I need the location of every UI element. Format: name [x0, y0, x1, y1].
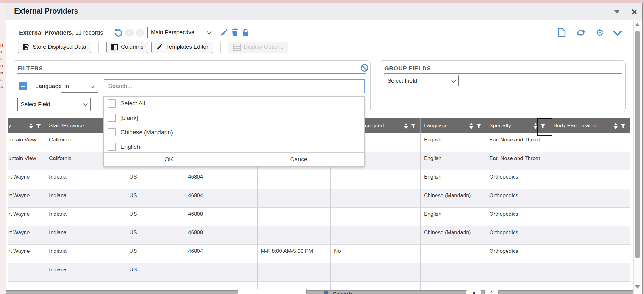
footer-button-1[interactable]: × [466, 290, 481, 294]
cell-city: rt Wayne [8, 208, 46, 226]
footer-button-2[interactable]: ^ [484, 290, 499, 294]
cell-state [46, 282, 126, 291]
clear-filters-button[interactable] [360, 64, 369, 72]
cell-city [8, 282, 46, 291]
cell-zip: 46808 [185, 208, 258, 226]
column-label: State/Province [46, 123, 84, 129]
table-footer-bar: Search × ^ [6, 290, 633, 294]
history-forward-button[interactable]: › [136, 29, 144, 37]
cell-body_part [550, 133, 630, 152]
filter-enabled-checkbox[interactable] [19, 82, 27, 90]
option-checkbox[interactable] [108, 99, 116, 108]
scroll-down-arrow-icon[interactable] [635, 285, 640, 289]
cell-city: rt Wayne [8, 245, 46, 263]
perspective-select[interactable]: Main Perspective [147, 27, 214, 38]
background-text-fragment: H [0, 43, 3, 47]
option-label: [blank] [120, 114, 138, 121]
table-row[interactable]: rt WayneIndianaUS46808Chinese (Mandarin)… [8, 226, 630, 245]
column-header-specialty[interactable]: Specialty [486, 118, 550, 133]
toolbar-row-actions: Store Displayed Data Columns Templates E… [13, 40, 630, 54]
history-back-button[interactable]: ‹ [125, 29, 134, 37]
cell-hours: M-F 8:00 AM-5:00 PM [258, 245, 331, 263]
ok-button[interactable]: OK [104, 153, 234, 166]
store-displayed-data-button[interactable]: Store Displayed Data [18, 42, 91, 53]
delete-perspective-button[interactable] [230, 28, 240, 37]
column-label: Specialty [486, 123, 511, 129]
footer-search-label: Search [333, 291, 353, 294]
sort-icon[interactable] [404, 123, 408, 129]
cancel-button[interactable]: Cancel [234, 153, 364, 166]
column-label: y [8, 123, 11, 129]
cell-language: English [421, 152, 486, 170]
divider [17, 73, 366, 74]
footer-page-size-select[interactable] [238, 289, 307, 294]
dialog-menu-button[interactable] [608, 3, 626, 20]
new-document-button[interactable] [556, 28, 568, 37]
column-header-icons [469, 118, 481, 133]
block-icon [360, 64, 369, 72]
option-checkbox[interactable] [108, 128, 116, 136]
table-row[interactable]: rt WayneIndianaUS46808EnglishOrthopedics [8, 208, 630, 226]
cell-hours [258, 263, 331, 282]
funnel-icon [411, 124, 416, 128]
group-field-select[interactable]: Select Field [384, 75, 459, 86]
divider [108, 27, 108, 38]
scroll-up-arrow-icon[interactable] [635, 23, 640, 26]
cell-state: Indiana [46, 189, 126, 208]
x-icon: × [472, 290, 475, 294]
add-filter-field-select[interactable]: Select Field [17, 98, 91, 111]
cell-city: rt Wayne [8, 226, 46, 245]
templates-editor-button[interactable]: Templates Editor [151, 42, 213, 53]
records-count: External Providers, 11 records [19, 29, 103, 36]
option-checkbox[interactable] [108, 114, 116, 122]
sort-icon[interactable] [614, 123, 618, 129]
settings-button[interactable]: ⚙ [594, 28, 606, 37]
vertical-scrollbar[interactable] [633, 20, 641, 294]
table-row[interactable] [8, 282, 630, 291]
table-row[interactable]: rt WayneIndianaUS46804M-F 8:00 AM-5:00 P… [8, 245, 630, 263]
cell-state: Indiana [46, 245, 126, 263]
cell-country: US [126, 245, 185, 263]
toolbar-right-icons: ⚙ [556, 28, 630, 37]
column-header-city[interactable]: y [8, 118, 46, 133]
language-option[interactable]: Select All [104, 97, 364, 111]
language-option[interactable]: Chinese (Mandarin) [104, 125, 364, 140]
table-row[interactable]: rt WayneIndianaUS46804EnglishOrthopedics [8, 170, 630, 189]
filter-search-input[interactable] [104, 79, 365, 93]
scrollbar-thumb[interactable] [635, 31, 640, 258]
undo-button[interactable] [112, 28, 124, 37]
records-count-title: External Providers, [19, 29, 74, 36]
records-count-value: 11 records [74, 29, 103, 36]
pencil-icon [220, 29, 228, 37]
dialog-close-button[interactable]: × [626, 3, 642, 20]
cell-zip: 46808 [185, 226, 258, 245]
filter-funnel-button[interactable] [476, 124, 481, 128]
column-header-language[interactable]: Language [421, 118, 486, 133]
column-header-body_part[interactable]: Body Part Treated [550, 118, 630, 133]
lock-perspective-button[interactable] [240, 28, 251, 37]
filter-funnel-button[interactable] [411, 124, 416, 128]
table-row[interactable]: IndianaUS [8, 263, 630, 282]
cell-language: English [421, 208, 486, 226]
cell-accepted: No [331, 245, 421, 263]
columns-button[interactable]: Columns [106, 42, 148, 53]
filter-funnel-button[interactable] [540, 124, 546, 128]
option-checkbox[interactable] [108, 143, 116, 151]
filter-funnel-button[interactable] [36, 124, 41, 128]
column-header-icons [404, 118, 416, 133]
language-option[interactable]: [blank] [104, 111, 364, 125]
background-text-fragment: H [0, 64, 3, 68]
cell-specialty: Orthopedics [486, 208, 550, 226]
edit-perspective-button[interactable] [218, 29, 230, 37]
group-fields-title: GROUP FIELDS [384, 65, 431, 72]
refresh-button[interactable] [575, 28, 587, 37]
cell-accepted [331, 226, 421, 245]
cell-city: untain View [8, 133, 46, 152]
filter-operator-select[interactable]: in [61, 80, 98, 93]
filter-operator-value: in [64, 83, 69, 90]
sort-icon[interactable] [29, 123, 33, 129]
filter-funnel-button[interactable] [620, 124, 626, 128]
table-row[interactable]: rt WayneIndianaUS46804Chinese (Mandarin)… [8, 189, 630, 208]
collapse-toolbar-button[interactable] [613, 31, 622, 35]
sort-icon[interactable] [469, 123, 473, 129]
